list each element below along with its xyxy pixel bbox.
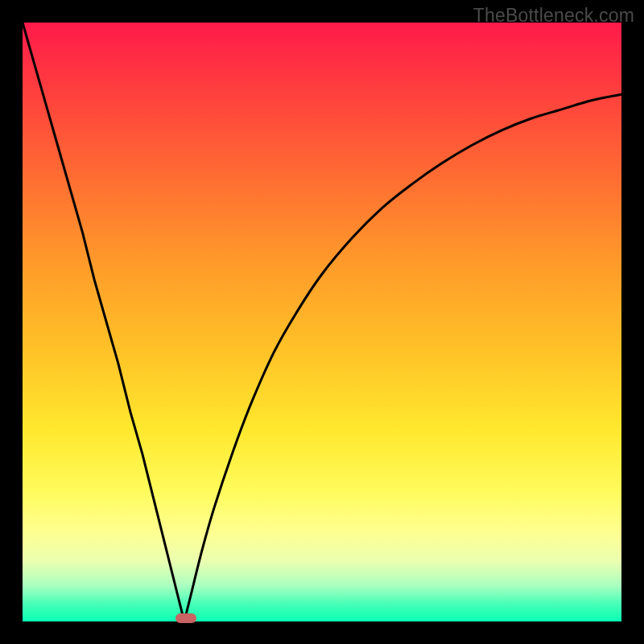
watermark-text: TheBottleneck.com (473, 5, 634, 27)
plot-area (23, 23, 621, 621)
vertex-marker (175, 613, 196, 623)
chart-frame: TheBottleneck.com (0, 0, 644, 644)
bottleneck-curve (23, 23, 621, 621)
